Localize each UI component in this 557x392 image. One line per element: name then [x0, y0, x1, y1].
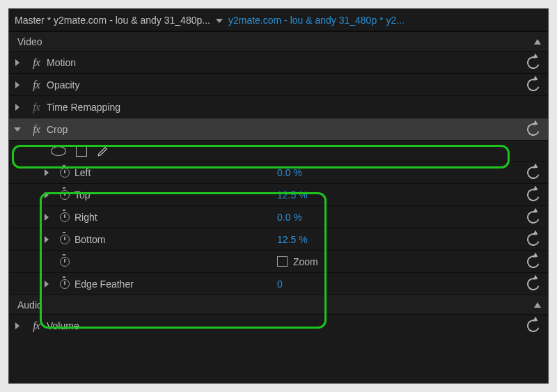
effect-label: Volume	[47, 320, 116, 331]
collapse-icon[interactable]	[9, 127, 26, 132]
reset-button[interactable]	[523, 189, 544, 201]
param-row-bottom[interactable]: Bottom 12.5 %	[9, 228, 548, 250]
reset-icon	[525, 317, 542, 334]
expand-icon[interactable]	[9, 81, 26, 88]
expand-icon[interactable]	[38, 169, 55, 176]
fx-badge-icon[interactable]: fx	[26, 101, 47, 113]
param-row-left[interactable]: Left 0.0 %	[9, 161, 548, 183]
reset-button[interactable]	[523, 123, 544, 136]
stopwatch-icon	[60, 168, 70, 178]
video-section-header[interactable]: Video	[9, 31, 548, 51]
reset-icon	[525, 209, 542, 226]
expand-icon[interactable]	[9, 59, 26, 66]
effect-row-time-remapping[interactable]: fx Time Remapping	[9, 95, 548, 118]
effect-label: Time Remapping	[47, 102, 120, 113]
audio-section-header[interactable]: Audio	[9, 295, 548, 314]
tab-dropdown-icon[interactable]	[216, 16, 223, 24]
effect-row-opacity[interactable]: fx Opacity	[9, 73, 548, 95]
reset-button[interactable]	[523, 320, 544, 332]
reset-button[interactable]	[523, 256, 544, 268]
expand-icon[interactable]	[38, 236, 55, 243]
reset-icon	[525, 77, 542, 93]
stopwatch-icon	[60, 257, 70, 267]
expand-icon[interactable]	[9, 104, 26, 111]
effect-row-motion[interactable]: fx Motion	[9, 51, 548, 73]
param-value[interactable]: 12.5 %	[277, 189, 308, 201]
expand-icon[interactable]	[38, 281, 55, 288]
reset-icon	[525, 164, 542, 181]
param-value[interactable]: 12.5 %	[277, 234, 308, 245]
tab-bar: Master * y2mate.com - lou & andy 31_480p…	[9, 9, 548, 31]
sequence-clip-tab[interactable]: y2mate.com - lou & andy 31_480p * y2...	[228, 15, 405, 26]
fx-badge-icon[interactable]: fx	[26, 320, 47, 332]
reset-button[interactable]	[523, 79, 544, 91]
reset-button[interactable]	[523, 211, 544, 224]
reset-icon	[525, 276, 542, 292]
reset-icon	[525, 54, 542, 71]
reset-button[interactable]	[523, 56, 544, 69]
effect-label: Opacity	[47, 79, 116, 91]
param-value[interactable]: 0.0 %	[277, 212, 302, 223]
audio-section-label: Audio	[17, 299, 42, 311]
param-row-top[interactable]: Top 12.5 %	[9, 183, 548, 205]
zoom-label: Zoom	[293, 256, 318, 267]
reset-icon	[525, 231, 542, 248]
fx-badge-icon[interactable]: fx	[26, 56, 47, 69]
param-label: Left	[74, 167, 144, 178]
stopwatch-button[interactable]	[55, 190, 74, 200]
master-clip-tab[interactable]: Master * y2mate.com - lou & andy 31_480p…	[15, 15, 210, 26]
param-value[interactable]: 0	[277, 279, 283, 290]
param-row-edge-feather[interactable]: Edge Feather 0	[9, 272, 548, 295]
stopwatch-icon	[60, 212, 70, 222]
effect-controls-panel: Master * y2mate.com - lou & andy 31_480p…	[8, 8, 549, 384]
reset-icon	[525, 187, 542, 203]
stopwatch-button[interactable]	[55, 235, 74, 244]
param-row-right[interactable]: Right 0.0 %	[9, 205, 548, 228]
reset-button[interactable]	[523, 278, 544, 290]
stopwatch-icon	[60, 235, 70, 244]
collapse-up-icon[interactable]	[534, 39, 541, 45]
effect-row-crop[interactable]: fx Crop	[9, 118, 548, 140]
param-row-zoom[interactable]: Zoom	[9, 250, 548, 272]
param-label: Bottom	[74, 234, 144, 245]
effect-label: Crop	[47, 124, 116, 135]
stopwatch-button[interactable]	[55, 212, 74, 222]
zoom-checkbox[interactable]	[277, 256, 288, 267]
param-label: Right	[74, 212, 144, 223]
expand-icon[interactable]	[38, 191, 55, 198]
reset-button[interactable]	[523, 166, 544, 179]
stopwatch-icon	[60, 279, 70, 289]
param-label: Top	[74, 189, 144, 201]
reset-button[interactable]	[523, 233, 544, 246]
stopwatch-button[interactable]	[55, 257, 74, 267]
stopwatch-icon	[60, 190, 70, 200]
expand-icon[interactable]	[38, 214, 55, 221]
stopwatch-button[interactable]	[55, 168, 74, 178]
expand-icon[interactable]	[9, 322, 26, 329]
reset-icon	[525, 253, 542, 270]
video-section-label: Video	[17, 36, 42, 47]
param-value[interactable]: 0.0 %	[277, 167, 302, 178]
zoom-checkbox-group: Zoom	[277, 256, 318, 267]
ellipse-mask-icon[interactable]	[51, 146, 66, 156]
param-label: Edge Feather	[74, 279, 144, 290]
crop-mask-tools	[9, 140, 548, 161]
stopwatch-button[interactable]	[55, 279, 74, 289]
fx-badge-icon[interactable]: fx	[26, 123, 47, 136]
rectangle-mask-icon[interactable]	[76, 146, 87, 157]
fx-badge-icon[interactable]: fx	[26, 79, 47, 91]
effect-row-volume[interactable]: fx Volume	[9, 314, 548, 336]
collapse-up-icon[interactable]	[534, 302, 541, 308]
pen-mask-icon[interactable]	[97, 145, 109, 157]
effect-label: Motion	[47, 57, 116, 68]
reset-icon	[525, 121, 542, 138]
